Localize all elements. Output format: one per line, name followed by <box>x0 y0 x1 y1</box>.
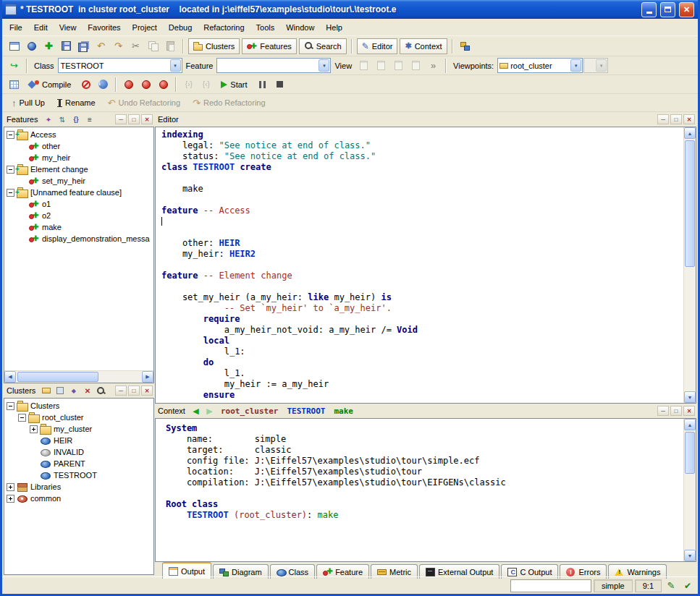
search-button[interactable]: Search <box>299 38 347 54</box>
view-contract-icon[interactable] <box>408 58 424 74</box>
add-cluster-icon[interactable] <box>40 386 52 396</box>
clusters-close-button[interactable]: ✕ <box>141 386 153 396</box>
move-item-icon[interactable]: ◆ <box>67 386 80 396</box>
search-cluster-icon[interactable] <box>95 386 107 396</box>
tree-item-other[interactable]: other <box>4 140 153 152</box>
history-forward-icon[interactable]: ▶ <box>203 406 216 417</box>
tree-item-access[interactable]: +Access <box>4 129 153 140</box>
editor-maximize-button[interactable]: □ <box>670 114 682 124</box>
breadcrumb-class[interactable]: TESTROOT <box>283 406 329 416</box>
class-combo-arrow[interactable]: ▼ <box>170 59 181 72</box>
context-output-area[interactable]: System name: simple target: classic conf… <box>156 419 683 561</box>
menu-favorites[interactable]: Favorites <box>82 20 126 35</box>
start-button[interactable]: Start <box>216 77 252 93</box>
scroll-thumb[interactable] <box>685 432 695 474</box>
new-window-icon[interactable] <box>6 38 22 54</box>
menu-refactoring[interactable]: Refactoring <box>198 20 250 35</box>
scroll-down-button[interactable]: ▼ <box>684 550 696 561</box>
tree-item-testroot[interactable]: TESTROOT <box>4 469 153 481</box>
editor-code-area[interactable]: indexing legal: "See notice at end of cl… <box>156 127 683 403</box>
menu-help[interactable]: Help <box>320 20 348 35</box>
edit-mode-icon[interactable]: ✎ <box>664 579 678 592</box>
view-clickable-icon[interactable] <box>373 58 389 74</box>
feature-tools-icon[interactable]: ✦ <box>42 114 54 125</box>
melt-icon[interactable] <box>120 77 137 93</box>
tree-item-set-my-heir[interactable]: set_my_heir <box>4 175 153 187</box>
delete-item-icon[interactable]: ✕ <box>81 386 93 396</box>
signatures-icon[interactable]: {} <box>69 114 82 125</box>
redo-icon[interactable]: ↷ <box>110 38 127 54</box>
editor-minimize-button[interactable]: ─ <box>657 114 669 124</box>
tree-item-common[interactable]: common <box>4 493 153 504</box>
tree-toggle[interactable] <box>7 166 14 174</box>
copy-icon[interactable] <box>145 38 161 54</box>
new-class-icon[interactable]: ✚ <box>41 38 57 54</box>
tree-toggle[interactable] <box>7 131 14 139</box>
view-more-chevron[interactable]: » <box>425 58 442 74</box>
features-minimize-button[interactable]: ─ <box>115 114 127 124</box>
ready-check-icon[interactable]: ✔ <box>680 579 695 592</box>
tree-item-display-demonstration-messa[interactable]: display_demonstration_messa <box>4 233 153 244</box>
editor-close-button[interactable]: ✕ <box>683 114 695 124</box>
diagram-tool-icon[interactable] <box>457 38 473 54</box>
tree-item-root-cluster[interactable]: root_cluster <box>4 412 153 423</box>
viewpoints-combo[interactable]: root_cluster ▼ <box>497 58 583 73</box>
undo-icon[interactable]: ↶ <box>93 38 109 54</box>
project-settings-icon[interactable] <box>6 77 22 93</box>
tree-item-element-change[interactable]: +Element change <box>4 163 153 175</box>
pause-icon[interactable] <box>254 77 271 93</box>
cancel-compile-icon[interactable] <box>77 77 94 93</box>
step-out-icon[interactable]: {‹} <box>198 77 214 93</box>
close-button[interactable]: ✕ <box>679 2 694 17</box>
menu-view[interactable]: View <box>54 20 83 35</box>
tree-item-o2[interactable]: o2 <box>4 210 153 221</box>
features-maximize-button[interactable]: □ <box>128 114 140 124</box>
clusters-maximize-button[interactable]: □ <box>128 386 140 396</box>
scroll-down-button[interactable]: ▼ <box>684 391 696 403</box>
scroll-thumb[interactable] <box>685 140 695 267</box>
breadcrumb-cluster[interactable]: root_cluster <box>217 406 282 416</box>
context-close-button[interactable]: ✕ <box>683 406 695 416</box>
sort-features-icon[interactable]: ⇅ <box>56 114 68 125</box>
clusters-minimize-button[interactable]: ─ <box>115 386 127 396</box>
open-project-icon[interactable] <box>23 38 40 54</box>
freeze-icon[interactable] <box>138 77 154 93</box>
features-view-button[interactable]: Features <box>242 38 296 54</box>
titlebar[interactable]: * TESTROOT in cluster root_cluster locat… <box>2 0 698 19</box>
breadcrumb-feature[interactable]: make <box>330 406 357 416</box>
redo-refactoring-button[interactable]: ↷ Redo Refactoring <box>187 95 271 111</box>
tree-item-parent[interactable]: PARENT <box>4 458 153 469</box>
tree-toggle[interactable] <box>7 189 14 197</box>
undo-refactoring-button[interactable]: ↶ Undo Refactoring <box>103 95 186 111</box>
tree-item-make[interactable]: make <box>4 221 153 233</box>
tree-item-o1[interactable]: o1 <box>4 198 153 210</box>
tree-item-clusters[interactable]: Clusters <box>4 400 153 412</box>
menu-project[interactable]: Project <box>127 20 163 35</box>
menu-edit[interactable]: Edit <box>28 20 54 35</box>
rename-button[interactable]: Rename <box>52 95 101 111</box>
tree-toggle[interactable] <box>7 402 14 410</box>
context-tool-button[interactable]: ✱ Context <box>400 38 447 54</box>
remove-item-icon[interactable] <box>54 386 66 396</box>
editor-tool-button[interactable]: ✎ Editor <box>357 38 398 54</box>
scroll-right-button[interactable]: ▶ <box>142 371 153 383</box>
tree-item-my-heir[interactable]: my_heir <box>4 152 153 163</box>
context-minimize-button[interactable]: ─ <box>657 406 669 416</box>
scroll-thumb[interactable] <box>17 372 98 382</box>
tree-item-heir[interactable]: HEIR <box>4 435 153 446</box>
view-basic-text-icon[interactable] <box>355 58 372 74</box>
save-icon[interactable] <box>58 38 75 54</box>
clusters-tree[interactable]: Clustersroot_clustermy_clusterHEIRINVALI… <box>4 399 153 574</box>
viewpoints-combo-arrow[interactable]: ▼ <box>570 59 581 72</box>
history-back-icon[interactable]: ◀ <box>190 406 202 417</box>
scroll-up-button[interactable]: ▲ <box>684 127 696 139</box>
pull-up-button[interactable]: ↑ Pull Up <box>7 95 50 111</box>
open-in-editor-icon[interactable]: ↪ <box>6 58 22 74</box>
tree-item-invalid[interactable]: INVALID <box>4 446 153 458</box>
view-flat-icon[interactable] <box>390 58 407 74</box>
restore-button[interactable] <box>660 2 675 17</box>
info-icon[interactable]: i <box>95 77 111 93</box>
tree-toggle[interactable] <box>18 414 26 422</box>
context-vscrollbar[interactable]: ▲ ▼ <box>683 419 696 561</box>
step-into-icon[interactable]: {›} <box>180 77 197 93</box>
